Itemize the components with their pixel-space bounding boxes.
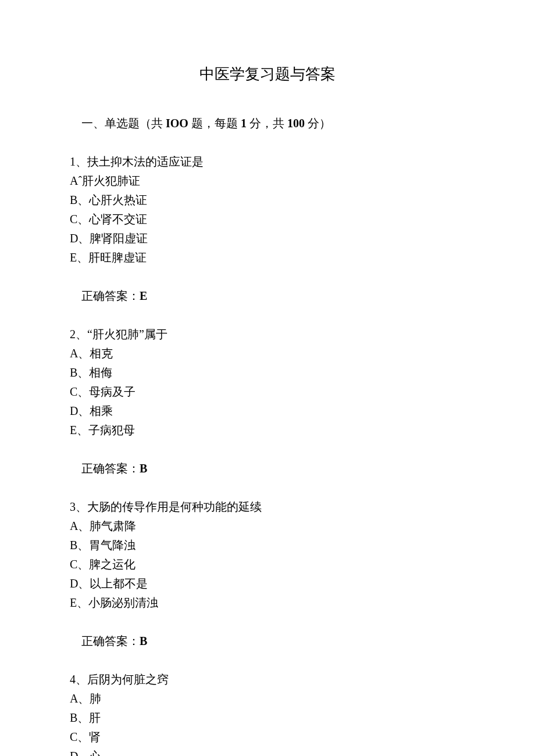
answer-value: B <box>140 635 147 647</box>
question-option: A、肺气肃降 <box>70 517 465 536</box>
question-option: E、小肠泌别清浊 <box>70 593 465 612</box>
section-mid1: 题，每题 <box>188 117 241 130</box>
question-option: E、肝旺脾虚证 <box>70 248 465 267</box>
section-mid2: 分，共 <box>247 117 287 130</box>
question-stem: 1、扶土抑木法的适应证是 <box>70 152 465 171</box>
answer-label: 正确答案： <box>81 462 140 475</box>
question-option: A、肺 <box>70 689 465 708</box>
question-option: A、相克 <box>70 344 465 363</box>
document-page: 中医学复习题与答案 一、单选题（共 IOO 题，每题 1 分，共 100 分） … <box>0 0 535 756</box>
question-option: B、相侮 <box>70 363 465 382</box>
answer-label: 正确答案： <box>81 635 140 647</box>
answer-label: 正确答案： <box>81 289 140 302</box>
question-stem: 2、“肝火犯肺”属于 <box>70 325 465 344</box>
question-option: C、肾 <box>70 728 465 747</box>
question-option: C、心肾不交证 <box>70 210 465 229</box>
question-option: D、心 <box>70 747 465 756</box>
answer-line: 正确答案：B <box>70 440 465 497</box>
section-total: 100 <box>287 117 305 130</box>
question-option: D、以上都不是 <box>70 574 465 593</box>
section-header: 一、单选题（共 IOO 题，每题 1 分，共 100 分） <box>70 95 465 152</box>
question-stem: 4、后阴为何脏之窍 <box>70 670 465 689</box>
section-prefix: 一、单选题（共 <box>81 117 166 130</box>
answer-line: 正确答案：B <box>70 612 465 670</box>
question-stem: 3、大肠的传导作用是何种功能的延续 <box>70 497 465 517</box>
question-option: C、脾之运化 <box>70 555 465 574</box>
question-option: B、肝 <box>70 708 465 728</box>
question-option: B、心肝火热证 <box>70 191 465 210</box>
question-option: D、脾肾阳虚证 <box>70 229 465 248</box>
answer-value: E <box>140 289 147 302</box>
answer-line: 正确答案：E <box>70 267 465 325</box>
answer-value: B <box>140 462 147 475</box>
document-title: 中医学复习题与答案 <box>70 64 465 84</box>
section-per: 1 <box>241 117 247 130</box>
question-option: E、子病犯母 <box>70 421 465 440</box>
question-option: C、母病及子 <box>70 382 465 402</box>
section-count: IOO <box>166 117 188 130</box>
question-option: D、相乘 <box>70 402 465 421</box>
section-suffix: 分） <box>305 117 331 130</box>
question-option: B、胃气降浊 <box>70 536 465 555</box>
question-option: Aˆ肝火犯肺证 <box>70 171 465 191</box>
